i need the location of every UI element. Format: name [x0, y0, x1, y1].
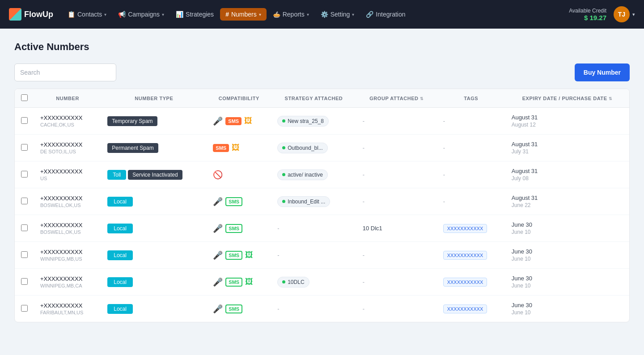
table-row: +XXXXXXXXXXFARIBAULT,MN,USLocal🎤SMS--XXX… — [15, 296, 629, 322]
strategy-cell: - — [271, 242, 356, 269]
strategy-cell: active/ inactive — [271, 161, 356, 188]
row-checkbox[interactable] — [21, 171, 28, 178]
group-cell: - — [356, 108, 437, 135]
number-type-cell: Local — [101, 215, 207, 242]
tags-cell: - — [437, 135, 505, 161]
group-cell: - — [356, 135, 437, 161]
row-checkbox[interactable] — [21, 117, 28, 124]
strategy-pill: 10DLC — [277, 277, 309, 287]
strategy-dot — [282, 173, 285, 176]
compatibility-cell: 🎤SMS🖼 — [207, 242, 271, 269]
search-input[interactable] — [14, 63, 116, 81]
tag-value: XXXXXXXXXXX — [443, 278, 487, 287]
nav-chevron: ▾ — [352, 12, 354, 17]
compatibility-cell: 🎤SMS — [207, 188, 271, 215]
user-menu[interactable]: TJ ▾ — [614, 6, 635, 22]
table-row: +XXXXXXXXXXWINNIPEG,MB,USLocal🎤SMS🖼--XXX… — [15, 242, 629, 269]
tags-cell: - — [437, 161, 505, 188]
purchase-date: August 12 — [512, 122, 623, 128]
col-header-expiry_date[interactable]: EXPIRY DATE / PURCHASE DATE⇅ — [505, 89, 629, 108]
group-cell: - — [356, 242, 437, 269]
tag-value: XXXXXXXXXXX — [443, 224, 487, 233]
nav-item-numbers[interactable]: #Numbers▾ — [220, 8, 267, 21]
select-all-checkbox[interactable] — [21, 94, 28, 101]
number-type-badge: Local — [107, 277, 133, 287]
expiry-cell: June 30June 10 — [505, 215, 629, 242]
sms-badge: SMS — [225, 278, 242, 287]
location: CACHE,OK,US — [40, 122, 95, 127]
number-cell: +XXXXXXXXXXUS — [34, 161, 101, 188]
col-header-group[interactable]: GROUP ATTACHED⇅ — [356, 89, 437, 108]
row-checkbox[interactable] — [21, 278, 28, 285]
compatibility-cell: 🎤SMS — [207, 215, 271, 242]
logo[interactable]: FlowUp — [9, 8, 53, 21]
expiry-cell: August 31July 08 — [505, 161, 629, 188]
strategy-cell: 10DLC — [271, 269, 356, 296]
tag-value: XXXXXXXXXXX — [443, 304, 487, 313]
buy-number-button[interactable]: Buy Number — [575, 63, 630, 81]
number-cell: +XXXXXXXXXXWINNIPEG,MB,CA — [34, 269, 101, 296]
location: BOSWELL,OK,US — [40, 203, 95, 208]
tags-cell: - — [437, 188, 505, 215]
number-cell: +XXXXXXXXXXFARIBAULT,MN,US — [34, 296, 101, 322]
expiry-date: June 30 — [512, 248, 623, 255]
row-checkbox[interactable] — [21, 198, 28, 204]
phone-number: +XXXXXXXXXX — [40, 249, 95, 255]
col-header-tags: TAGS — [437, 89, 505, 108]
credit-label: Available Credit — [569, 8, 606, 14]
expiry-date: June 30 — [512, 275, 623, 282]
nav-item-setting[interactable]: ⚙️Setting▾ — [315, 8, 360, 21]
expiry-date: June 30 — [512, 221, 623, 228]
location: BOSWELL,OK,US — [40, 229, 95, 235]
sms-badge: SMS — [225, 304, 242, 313]
sms-badge: SMS — [225, 224, 242, 233]
number-type-badge: Local — [107, 224, 133, 233]
expiry-date: August 31 — [512, 141, 623, 148]
row-checkbox[interactable] — [21, 144, 28, 151]
nav-item-campaigns[interactable]: 📢Campaigns▾ — [113, 8, 169, 21]
group-dash: - — [363, 305, 364, 312]
avatar[interactable]: TJ — [614, 6, 630, 22]
number-type-cell: Local — [101, 188, 207, 215]
mms-icon: 🖼 — [244, 116, 252, 126]
nav-label: Campaigns — [128, 11, 160, 18]
row-checkbox[interactable] — [21, 224, 28, 231]
location: WINNIPEG,MB,US — [40, 256, 95, 262]
purchase-date: June 10 — [512, 309, 623, 316]
nav-item-reports[interactable]: 🥧Reports▾ — [267, 8, 314, 21]
location: DE SOTO,IL,US — [40, 149, 95, 154]
sms-badge: SMS — [213, 144, 229, 152]
row-checkbox[interactable] — [21, 305, 28, 312]
tags-cell: XXXXXXXXXXX — [437, 215, 505, 242]
location: WINNIPEG,MB,CA — [40, 283, 95, 288]
col-header-number_type: NUMBER TYPE — [101, 89, 207, 108]
nav-chevron: ▾ — [162, 12, 164, 17]
number-type-cell: Local — [101, 269, 207, 296]
number-type-badge: Temporary Spam — [107, 116, 157, 126]
logo-icon — [9, 8, 21, 21]
service-inactivated-badge: Service Inactivated — [128, 170, 182, 180]
number-type-cell: Permanent Spam — [101, 135, 207, 161]
group-dash: - — [363, 279, 364, 285]
col-header-number: NUMBER — [34, 89, 101, 108]
credit-section: Available Credit $ 19.27 — [569, 8, 606, 21]
expiry-cell: June 30June 10 — [505, 242, 629, 269]
strategy-dash: - — [277, 252, 279, 258]
sort-icon: ⇅ — [420, 97, 424, 101]
purchase-date: June 10 — [512, 229, 623, 235]
number-type-badge: Local — [107, 250, 133, 260]
strategy-cell: Outbound_bl... — [271, 135, 356, 161]
location: US — [40, 176, 95, 181]
table-row: +XXXXXXXXXXWINNIPEG,MB,CALocal🎤SMS🖼10DLC… — [15, 269, 629, 296]
nav-item-contacts[interactable]: 📋Contacts▾ — [62, 8, 112, 21]
phone-number: +XXXXXXXXXX — [40, 114, 95, 121]
header-checkbox-col — [15, 89, 34, 108]
number-type-badge: Permanent Spam — [107, 143, 158, 153]
row-checkbox[interactable] — [21, 251, 28, 258]
nav-item-integration[interactable]: 🔗Integration — [360, 8, 411, 21]
purchase-date: July 31 — [512, 148, 623, 155]
tag-value: XXXXXXXXXXX — [443, 251, 487, 260]
nav-item-strategies[interactable]: 📊Strategies — [170, 8, 219, 21]
navbar: FlowUp 📋Contacts▾📢Campaigns▾📊Strategies#… — [0, 0, 644, 29]
strategy-dot — [282, 280, 285, 283]
